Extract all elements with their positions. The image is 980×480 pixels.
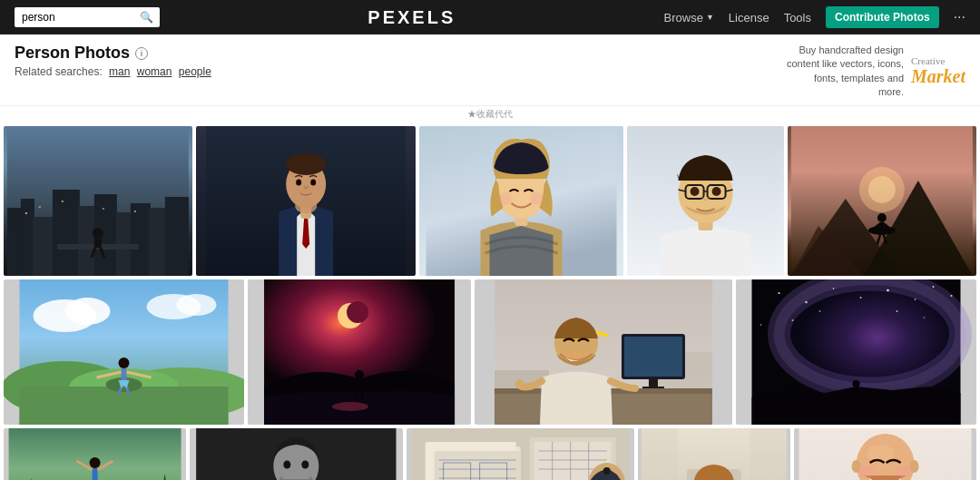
svg-point-99 [833,288,835,289]
photo-svg [4,279,244,425]
svg-rect-52 [879,222,885,235]
photo-man-glasses[interactable] [627,126,784,276]
svg-point-133 [279,476,283,480]
svg-point-167 [909,460,918,473]
photo-svg [788,126,976,276]
contribute-button[interactable]: Contribute Photos [826,6,939,28]
svg-point-76 [332,402,368,411]
svg-point-110 [853,380,860,387]
photo-mountain-silhouette[interactable] [788,126,976,276]
photo-night-sky[interactable] [736,279,976,425]
svg-point-98 [805,300,807,302]
ad-banner[interactable]: Buy handcrafted design content like vect… [786,44,965,100]
site-header: 🔍 PEXELS Browse ▼ License Tools Contribu… [0,0,980,34]
svg-point-25 [296,179,301,185]
svg-point-121 [90,457,101,468]
more-button[interactable]: ··· [954,9,965,25]
svg-rect-138 [435,451,521,480]
svg-rect-159 [750,428,787,480]
svg-point-26 [310,179,316,185]
info-icon[interactable]: i [135,47,148,60]
svg-point-108 [951,295,953,297]
svg-point-166 [851,460,860,473]
svg-rect-65 [20,387,229,425]
svg-rect-158 [642,428,678,480]
svg-rect-16 [25,212,27,214]
browse-chevron-icon: ▼ [706,13,714,22]
svg-point-51 [877,213,887,222]
svg-point-104 [792,319,794,321]
photo-svg [4,428,186,480]
photo-svg [475,279,732,425]
tools-nav[interactable]: Tools [784,11,811,24]
svg-point-46 [868,176,896,203]
related-link-woman[interactable]: woman [137,65,172,78]
svg-rect-3 [33,217,55,276]
svg-point-38 [712,187,721,196]
photo-row-1 [0,126,980,276]
svg-point-107 [924,317,926,318]
svg-point-132 [301,460,309,468]
market-label: Market [911,66,965,86]
sub-header: Person Photos i Related searches: man wo… [0,34,980,105]
svg-point-101 [887,289,888,290]
svg-point-100 [860,297,862,299]
photo-laughing-man[interactable] [794,428,976,480]
svg-point-106 [897,310,898,312]
photo-svg [638,428,790,480]
svg-point-61 [177,294,217,316]
svg-point-102 [915,299,916,300]
search-icon[interactable]: 🔍 [140,11,153,24]
svg-point-103 [933,286,935,288]
svg-point-75 [347,301,368,323]
photo-svg [248,279,471,425]
photo-person-back[interactable] [638,428,790,480]
svg-point-67 [119,358,130,368]
photo-woman-beanie[interactable] [419,126,623,276]
creative-label: Creative [911,55,965,66]
related-link-man[interactable]: man [109,65,130,78]
svg-rect-2 [21,199,34,276]
photo-city-silhouette[interactable] [4,126,192,276]
photo-purple-sky[interactable] [248,279,471,425]
svg-point-105 [819,310,821,312]
page-title: Person Photos [15,44,130,63]
svg-rect-18 [62,201,64,202]
svg-point-134 [309,476,312,480]
photo-svg [794,428,976,480]
related-link-people[interactable]: people [179,65,211,78]
photo-row-2 [0,279,980,425]
svg-point-12 [93,228,103,239]
photo-svg [627,126,784,276]
photo-office-man[interactable] [475,279,732,425]
photo-young-man-bw[interactable] [190,428,403,480]
photo-svg [407,428,634,480]
svg-rect-5 [78,206,96,276]
svg-rect-122 [93,468,98,480]
svg-point-37 [691,187,700,196]
creative-market-logo: Creative Market [911,55,965,87]
svg-rect-8 [131,203,151,276]
related-searches: Related searches: man woman people [15,65,211,78]
svg-rect-17 [39,206,41,208]
photo-svg [736,279,976,425]
svg-rect-13 [94,239,102,248]
photo-jump-sky[interactable] [4,428,186,480]
license-nav[interactable]: License [729,11,769,24]
title-section: Person Photos i Related searches: man wo… [15,44,211,78]
svg-rect-10 [165,197,189,276]
svg-point-59 [65,298,111,325]
site-logo: PEXELS [368,7,456,28]
search-form[interactable]: 🔍 [15,7,160,27]
svg-rect-19 [103,208,104,210]
browse-nav[interactable]: Browse ▼ [664,11,714,24]
photo-blueprints[interactable] [407,428,634,480]
svg-rect-88 [649,379,658,387]
photo-freedom-man[interactable] [4,279,244,425]
svg-point-27 [295,199,317,213]
sponsored-bar: ★收藏代代 [0,105,980,122]
search-input[interactable] [22,11,140,24]
svg-point-97 [779,292,780,294]
photo-svg [4,126,192,276]
photo-businessman[interactable] [196,126,416,276]
